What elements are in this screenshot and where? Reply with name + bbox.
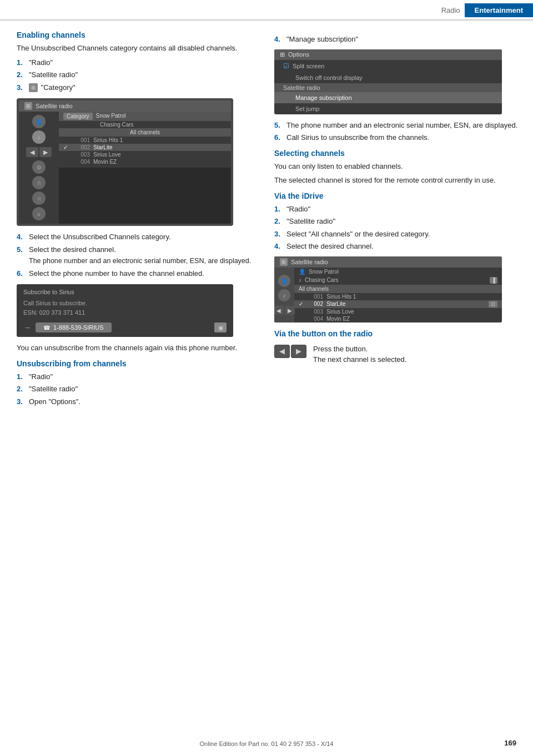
left-column: Enabling channels The Unsubscribed Chann…: [17, 31, 261, 411]
options-switch-off[interactable]: Switch off control display: [274, 72, 502, 83]
sat-screen-2-inner: 👤 ♪ ◀ ▶ 👤 Snow Patrol ♪ Chasing Ca: [274, 268, 502, 322]
name-004-2: Movin EZ: [326, 316, 350, 322]
nav-left-1[interactable]: ◀: [26, 147, 38, 157]
step-4: 4. Select the Unsubscribed Channels cate…: [17, 231, 261, 243]
switch-off-label: Switch off control display: [295, 74, 363, 81]
right-step-4: 4. "Manage subscription": [274, 34, 519, 45]
step-1: 1. "Radio": [17, 57, 261, 68]
name-001-2: Sirius Hits 1: [326, 294, 356, 300]
num-004-2: 004: [309, 316, 323, 322]
subscribe-line2: ESN: 020 373 371 411: [23, 308, 227, 317]
category-icon: ⊞: [29, 83, 38, 92]
subscribe-phone-row: → ☎ 1-888-539-SIRIUS ▣: [23, 322, 227, 332]
subscribe-phone-number: 1-888-539-SIRIUS: [53, 324, 104, 331]
channel-002-row-2: ✓ 002 StarLite ⊡: [294, 300, 502, 308]
subscribe-screen: Subscribe to Sirius Call Sirius to subsc…: [17, 284, 233, 337]
step-5-num: 5.: [17, 244, 29, 266]
prev-button[interactable]: ◀: [274, 345, 290, 358]
unsubscribing-steps: 1. "Radio" 2. "Satellite radio" 3. Open …: [17, 371, 261, 407]
unsub-step-3-num: 3.: [17, 396, 29, 407]
right-step-4-item: 4. "Manage subscription": [274, 34, 519, 45]
idrive-step-2: 2. "Satellite radio": [274, 216, 519, 227]
satellite-screen-1: ⊞ Satellite radio 👤 ♪ ◀ ▶ ⊙ ☆ ☆ ⌂: [17, 98, 233, 226]
song1-row-2: 👤 Snow Patrol: [294, 268, 502, 276]
options-set-jump[interactable]: Set jump: [274, 103, 502, 114]
unsub-step-3-text: Open "Options".: [29, 396, 261, 407]
subscribe-body: Call Sirius to subscribe. ESN: 020 373 3…: [23, 299, 227, 317]
right-step-5: 5. The phone number and an electronic se…: [274, 120, 519, 131]
step-6-text: Select the phone number to have the chan…: [29, 268, 261, 279]
check-004-2: [299, 316, 305, 322]
check-002-2: ✓: [299, 301, 305, 307]
options-title-bar: ⊞ Options: [274, 49, 502, 60]
screen-icon-2: ⊞: [280, 258, 288, 266]
num-002-1: 002: [74, 144, 90, 150]
idrive-step-1-num: 1.: [274, 204, 286, 215]
step-3-text: ⊞ "Category": [29, 82, 261, 93]
person-small-icon-2: 👤: [299, 269, 305, 275]
prev-next-buttons: ◀ ▶: [274, 345, 306, 358]
footer-text: Online Edition for Part no. 01 40 2 957 …: [200, 740, 334, 747]
subscribe-title: Subscribe to Sirius: [23, 289, 227, 295]
button-mockup: ◀ ▶ Press the button. The next channel i…: [274, 344, 519, 365]
step-6-num: 6.: [17, 268, 29, 279]
screen-title-bar-1: ⊞ Satellite radio: [19, 100, 231, 112]
nav-right-2[interactable]: ▶: [285, 306, 295, 315]
options-split-screen[interactable]: ☑ Split screen: [274, 60, 502, 72]
unsub-step-1: 1. "Radio": [17, 371, 261, 382]
next-button[interactable]: ▶: [291, 345, 306, 358]
next-label: The next channel is selected.: [313, 354, 406, 365]
screen-title-bar-2: ⊞ Satellite radio: [274, 256, 502, 268]
name-003-1: Sirius Love: [93, 152, 227, 158]
sat-screen-1: 👤 ♪ ◀ ▶ ⊙ ☆ ☆ ⌂ Category: [19, 112, 231, 224]
nav-arrows-1: ◀ ▶: [26, 146, 52, 158]
song2-row-1: Chasing Cars: [59, 121, 231, 128]
step-5-subtext: The phone number and an electronic seria…: [29, 256, 261, 266]
channel-004-row-2: 004 Movin EZ: [294, 315, 502, 322]
scrollbar-indicator-2: ▐: [490, 277, 497, 284]
step-4-num: 4.: [17, 231, 29, 243]
unsub-step-2-text: "Satellite radio": [29, 384, 261, 395]
song1-label-2: Snow Patrol: [309, 269, 339, 275]
step-5: 5. Select the desired channel. The phone…: [17, 244, 261, 266]
song2-label-1: Chasing Cars: [100, 122, 134, 128]
enabling-channels-intro: The Unsubscribed Channels category conta…: [17, 43, 261, 54]
num-003-1: 003: [74, 152, 90, 158]
page-header: Radio Entertainment: [0, 0, 533, 21]
phone-icon: ☎: [43, 325, 50, 331]
category-row-1: Category Snow Patrol: [59, 112, 231, 121]
selecting-channels-title: Selecting channels: [274, 149, 519, 158]
person-icon-1: 👤: [32, 115, 46, 128]
channel-001-row-2: 001 Sirius Hits 1: [294, 293, 502, 300]
options-manage-subscription[interactable]: Manage subscription: [274, 92, 502, 103]
star2-icon-1: ☆: [32, 191, 46, 205]
check-002-1: ✓: [63, 144, 71, 150]
options-screen: ⊞ Options ☑ Split screen Switch off cont…: [274, 49, 502, 114]
right-steps-5-6: 5. The phone number and an electronic se…: [274, 120, 519, 143]
song1-label-1: Snow Patrol: [96, 113, 126, 120]
subscribe-line1: Call Sirius to subscribe.: [23, 299, 227, 308]
idrive-step-3-text: Select "All channels" or the desired cat…: [286, 229, 519, 240]
right-step-6: 6. Call Sirius to unsubscribe from the c…: [274, 132, 519, 143]
options-title-label: Options: [288, 51, 309, 58]
nav-right-1[interactable]: ▶: [39, 147, 52, 157]
nav-left-2[interactable]: ◀: [274, 306, 284, 315]
manage-sub-label: Manage subscription: [295, 94, 352, 101]
song2-row-2: ♪ Chasing Cars ▐: [294, 276, 502, 285]
step-2-num: 2.: [17, 69, 29, 80]
channel-row-002-1: ✓ 002 StarLite: [59, 144, 231, 151]
song-rows-1: Chasing Cars All channels 001 Sirius Hit…: [59, 121, 231, 168]
channel-row-001-1: 001 Sirius Hits 1: [59, 137, 231, 144]
subscribe-end-btn[interactable]: ▣: [214, 322, 227, 332]
category-label-1: Category: [63, 113, 93, 120]
right-step-4-num: 4.: [274, 34, 286, 45]
step-1-text: "Radio": [29, 57, 261, 68]
channel-003-row-2: 003 Sirius Love: [294, 308, 502, 315]
check-001-2: [299, 294, 305, 300]
idrive-step-3: 3. Select "All channels" or the desired …: [274, 229, 519, 240]
step-6: 6. Select the phone number to have the c…: [17, 268, 261, 279]
step-4-text: Select the Unsubscribed Channels categor…: [29, 231, 261, 243]
via-idrive-steps: 1. "Radio" 2. "Satellite radio" 3. Selec…: [274, 204, 519, 252]
subscribe-arrow-icon: →: [23, 323, 31, 332]
selecting-channels-intro1: You can only listen to enabled channels.: [274, 161, 519, 172]
